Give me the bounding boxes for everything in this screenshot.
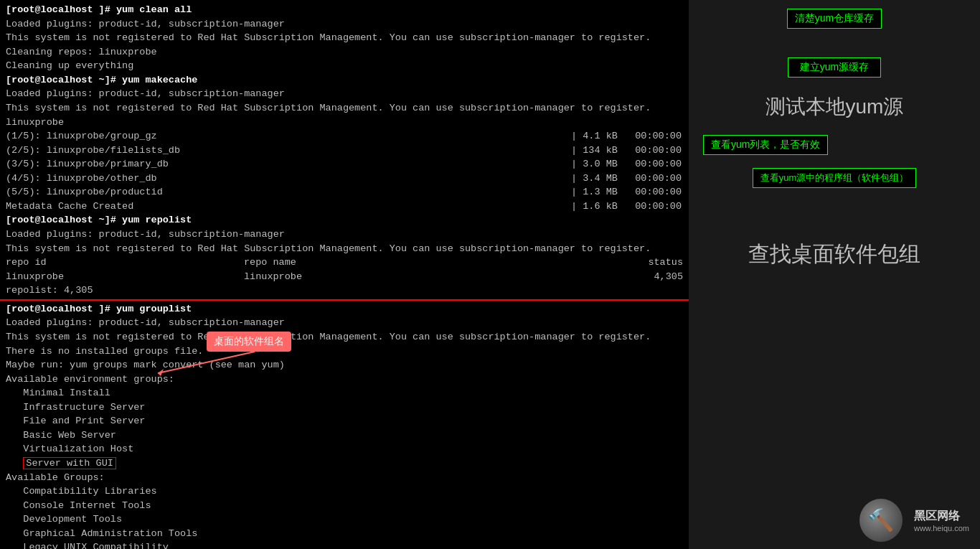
terminal-line: This system is not registered to Red Hat… <box>6 330 683 344</box>
terminal-line: Available environment groups: <box>6 372 683 387</box>
terminal-line: Virtualization Host <box>6 442 683 456</box>
red-separator <box>0 299 689 301</box>
terminal-line: File and Print Server <box>6 414 683 428</box>
terminal-line: Graphical Administration Tools <box>6 527 683 541</box>
terminal-line: linuxprobe <box>6 116 683 130</box>
terminal-line: (3/5): linuxprobe/primary_db| 3.0 MB 00:… <box>6 157 683 172</box>
server-with-gui-text: Server with GUI <box>23 457 116 469</box>
terminal-line: (1/5): linuxprobe/group_gz| 4.1 kB 00:00… <box>6 129 683 144</box>
terminal-line: Loaded plugins: product-id, subscription… <box>6 227 683 242</box>
annotation-label-1: 测试本地yum源 <box>765 93 904 121</box>
terminal-line: Console Internet Tools <box>6 499 683 513</box>
terminal: [root@localhost ]# yum clean all Loaded … <box>0 0 689 549</box>
logo-url: www.heiqu.com <box>914 524 969 532</box>
terminal-line: Loaded plugins: product-id, subscription… <box>6 87 683 101</box>
terminal-line: [root@localhost ~]# yum repolist <box>6 213 683 227</box>
terminal-line: (2/5): linuxprobe/filelists_db| 134 kB 0… <box>6 144 683 158</box>
logo-site-name: 黑区网络 <box>914 509 969 524</box>
terminal-line: Cleaning up everything <box>6 59 683 73</box>
terminal-line: Development Tools <box>6 512 683 527</box>
terminal-line: Cleaning repos: linuxprobe <box>6 45 683 60</box>
annotation-box-3: 查看yum列表，是否有效 <box>703 135 828 155</box>
logo-symbol: 🔨 <box>867 507 894 534</box>
terminal-line: Minimal Install <box>6 386 683 400</box>
terminal-line: This system is not registered to Red Hat… <box>6 31 683 45</box>
terminal-line: Loaded plugins: product-id, subscription… <box>6 316 683 330</box>
terminal-line: Basic Web Server <box>6 428 683 443</box>
terminal-line: [root@localhost ]# yum grouplist <box>6 302 683 316</box>
server-with-gui-line: Server with GUI <box>6 456 683 471</box>
annotation-box-4: 查看yum源中的程序组（软件包组） <box>753 168 917 188</box>
terminal-line: Loaded plugins: product-id, subscription… <box>6 17 683 32</box>
terminal-line: (5/5): linuxprobe/productid| 1.3 MB 00:0… <box>6 185 683 200</box>
annotation-panel: 清楚yum仓库缓存 建立yum源缓存 测试本地yum源 查看yum列表，是否有效… <box>689 0 980 549</box>
annotation-box-2: 建立yum源缓存 <box>788 57 881 78</box>
terminal-line: repolist: 4,305 <box>6 283 683 298</box>
callout-bubble: 桌面的软件组名 <box>207 332 291 352</box>
terminal-line: Maybe run: yum groups mark convert (see … <box>6 358 683 372</box>
terminal-line: Infrastructure Server <box>6 400 683 415</box>
annotation-box-1: 清楚yum仓库缓存 <box>787 9 882 29</box>
terminal-line: This system is not registered to Red Hat… <box>6 242 683 256</box>
terminal-line: linuxprobelinuxprobe4,305 <box>6 270 683 284</box>
terminal-line: [root@localhost ]# yum clean all <box>6 3 683 17</box>
terminal-line: Legacy UNIX Compatibility <box>6 540 683 549</box>
terminal-line: Available Groups: <box>6 471 683 485</box>
terminal-line: repo idrepo namestatus <box>6 255 683 270</box>
logo-icon: 🔨 <box>859 499 903 542</box>
annotation-label-2: 查找桌面软件包组 <box>748 240 920 269</box>
logo-area: 🔨 黑区网络 www.heiqu.com <box>696 499 973 542</box>
terminal-line: Compatibility Libraries <box>6 484 683 499</box>
terminal-line: [root@localhost ~]# yum makecache <box>6 73 683 88</box>
terminal-line: (4/5): linuxprobe/other_db| 3.4 MB 00:00… <box>6 172 683 186</box>
terminal-line: There is no installed groups file. <box>6 344 683 359</box>
terminal-line: This system is not registered to Red Hat… <box>6 101 683 116</box>
terminal-line: Metadata Cache Created| 1.6 kB 00:00:00 <box>6 200 683 214</box>
